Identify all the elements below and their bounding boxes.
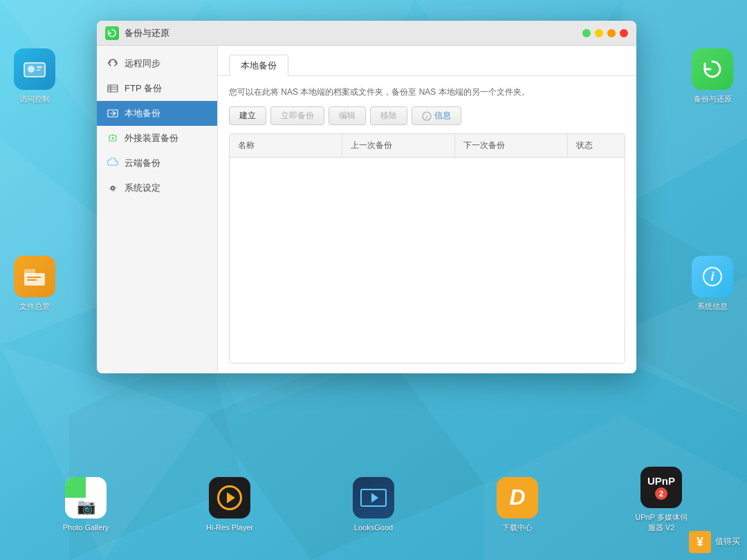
remote-sync-icon [107,57,119,70]
svg-rect-23 [27,279,37,281]
window-btn-red[interactable] [620,29,628,37]
sidebar-item-local-backup[interactable]: 本地备份 [97,101,217,126]
bottom-icon-photo-gallery[interactable]: 📷 Photo Gallery [58,477,113,532]
tab-bar: 本地备份 [229,54,625,75]
window-title: 备份与还原 [124,27,582,39]
system-info-label: 系统信息 [697,301,728,311]
ftp-backup-label: FTP 备份 [124,82,162,95]
window-titlebar: 备份与还原 [97,21,636,46]
backup-icon [692,48,733,90]
column-last-backup: 上一次备份 [342,134,455,157]
window-btn-green[interactable] [582,29,591,37]
hires-player-label: Hi-Res Player [206,523,253,532]
external-device-icon [107,132,119,144]
system-info-icon: i [692,256,733,297]
bottom-icon-download-center[interactable]: D 下载中心 [490,477,545,532]
sidebar: 远程同步 FTP 备份 [97,46,218,373]
hires-player-icon [209,477,250,519]
sidebar-item-backup-restore[interactable]: 备份与还原 [685,48,740,104]
table-header: 名称 上一次备份 下一次备份 状态 [230,134,625,158]
window-btn-yellow[interactable] [595,29,603,37]
column-status: 状态 [568,134,625,157]
column-next-backup: 下一次备份 [455,134,568,157]
info-icon: i [422,111,432,121]
window-controls [582,29,628,37]
sidebar-item-file-manager[interactable]: 文件总管 [7,256,62,311]
window-body: 远程同步 FTP 备份 [97,46,636,373]
toolbar: 建立 立即备份 编辑 移除 i 信息 [229,106,625,125]
sidebar-item-system-settings[interactable]: 系统设定 [97,176,217,200]
svg-rect-18 [37,66,42,68]
content-header: 本地备份 [218,46,636,76]
svg-point-33 [112,138,114,140]
sidebar-item-external-device[interactable]: 外接装置备份 [97,126,217,151]
sidebar-item-access-control[interactable]: 访问控制 [7,48,62,104]
file-manager-icon [14,256,55,297]
bottom-icon-upnp[interactable]: UPnP 2 UPnP 多媒体伺服器 V2 [634,467,689,532]
svg-point-17 [28,66,35,73]
svg-rect-16 [24,63,45,77]
sidebar-item-remote-sync[interactable]: 远程同步 [97,51,217,76]
svg-text:i: i [426,113,428,120]
info-button[interactable]: i 信息 [412,106,461,125]
backup-restore-label: 备份与还原 [694,94,732,104]
access-control-label: 访问控制 [19,94,50,104]
immediate-backup-button[interactable]: 立即备份 [270,106,324,125]
access-control-icon [14,48,55,90]
main-content: 本地备份 您可以在此将 NAS 本地端的档案或文件夹，备份至 NAS 本地端的另… [218,46,636,373]
upnp-label: UPnP 多媒体伺服器 V2 [634,512,689,532]
window-btn-orange[interactable] [607,29,616,37]
remote-sync-label: 远程同步 [124,57,160,70]
file-manager-label: 文件总管 [19,301,50,311]
content-description: 您可以在此将 NAS 本地端的档案或文件夹，备份至 NAS 本地端的另一个文件夹… [229,86,625,98]
upnp-icon: UPnP 2 [640,467,682,508]
content-body: 您可以在此将 NAS 本地端的档案或文件夹，备份至 NAS 本地端的另一个文件夹… [218,76,636,373]
svg-rect-26 [108,85,118,92]
bottom-icon-hires-player[interactable]: Hi-Res Player [202,477,257,532]
cloud-backup-label: 云端备份 [124,157,160,169]
local-backup-label: 本地备份 [124,107,160,120]
sidebar-item-ftp-backup[interactable]: FTP 备份 [97,76,217,101]
external-device-label: 外接装置备份 [124,132,178,144]
photo-gallery-label: Photo Gallery [63,523,109,532]
tab-local-backup[interactable]: 本地备份 [229,55,288,76]
sidebar-item-system-info[interactable]: i 系统信息 [685,256,740,311]
window-app-icon [105,26,119,40]
svg-rect-22 [27,277,41,278]
settings-icon [107,182,119,194]
watermark-text: 值得买 [715,536,740,548]
local-backup-icon [107,107,119,120]
watermark-icon: ¥ [689,531,711,553]
ftp-icon [107,82,119,95]
left-desktop-icons: 访问控制 文件总管 [0,41,69,319]
download-center-label: 下载中心 [502,523,533,532]
svg-rect-19 [37,69,41,71]
watermark: ¥ 值得买 [689,531,740,553]
edit-button[interactable]: 编辑 [329,106,366,125]
svg-text:i: i [710,270,714,283]
create-button[interactable]: 建立 [229,106,266,125]
right-desktop-icons: 备份与还原 i 系统信息 [678,41,747,319]
photo-gallery-icon: 📷 [65,477,107,519]
cloud-icon [107,157,119,169]
data-table: 名称 上一次备份 下一次备份 状态 [229,133,625,364]
sidebar-item-cloud-backup[interactable]: 云端备份 [97,151,217,176]
looksGood-icon [353,477,394,519]
system-settings-label: 系统设定 [124,182,160,194]
bottom-desktop-icons: 📷 Photo Gallery Hi-Res Player LooksGood … [0,467,747,532]
delete-button[interactable]: 移除 [370,106,407,125]
main-window: 备份与还原 远程同步 [97,21,636,373]
table-body [230,158,625,363]
download-center-icon: D [497,477,538,519]
column-name: 名称 [230,134,342,157]
looksGood-label: LooksGood [354,523,393,532]
bottom-icon-looksGood[interactable]: LooksGood [346,477,401,532]
